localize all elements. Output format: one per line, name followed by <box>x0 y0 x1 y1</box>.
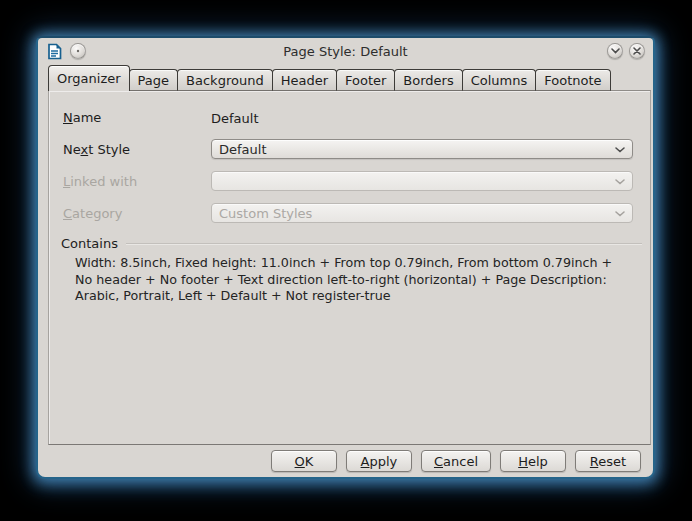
chevron-down-icon <box>615 211 625 217</box>
category-dropdown: Custom Styles <box>211 203 633 223</box>
titlebar[interactable]: Page Style: Default <box>38 38 653 64</box>
contains-label: Contains <box>61 236 118 251</box>
category-row: Category Custom Styles <box>49 197 650 229</box>
next-style-value: Default <box>219 142 267 157</box>
close-button[interactable] <box>629 43 645 59</box>
name-value: Default <box>211 111 259 126</box>
linked-with-label: Linked with <box>63 174 211 189</box>
dialog-button-row: OK Apply Cancel Help Reset <box>271 450 641 472</box>
close-icon <box>633 47 641 55</box>
cancel-button[interactable]: Cancel <box>421 450 491 472</box>
next-style-row: Next Style Default <box>49 133 650 165</box>
tab-columns[interactable]: Columns <box>462 69 537 91</box>
linked-with-dropdown <box>211 171 633 191</box>
next-style-dropdown[interactable]: Default <box>211 139 633 159</box>
page-style-dialog: Page Style: Default Organizer Page Backg… <box>36 36 655 479</box>
dot-icon <box>76 49 80 53</box>
category-label: Category <box>63 206 211 221</box>
tab-background[interactable]: Background <box>177 69 273 91</box>
tab-organizer[interactable]: Organizer <box>48 65 130 91</box>
name-label: Name <box>63 110 211 125</box>
tab-footer[interactable]: Footer <box>336 69 395 91</box>
tab-footnote[interactable]: Footnote <box>535 69 610 91</box>
tab-page[interactable]: Page <box>129 69 178 91</box>
contains-description: Width: 8.5inch, Fixed height: 11.0inch +… <box>75 255 642 305</box>
group-divider <box>126 243 642 245</box>
category-value: Custom Styles <box>219 206 312 221</box>
linked-with-row: Linked with <box>49 165 650 197</box>
organizer-tab-panel: Name Default Next Style Default Linked w… <box>48 90 651 445</box>
chevron-down-icon <box>615 147 625 153</box>
desktop-background: Page Style: Default Organizer Page Backg… <box>0 0 692 521</box>
help-button[interactable]: Help <box>500 450 566 472</box>
ok-button[interactable]: OK <box>271 450 337 472</box>
chevron-down-icon <box>611 48 620 54</box>
next-style-label: Next Style <box>63 142 211 157</box>
tab-header[interactable]: Header <box>272 69 337 91</box>
reset-button[interactable]: Reset <box>575 450 641 472</box>
writer-document-icon <box>46 43 63 60</box>
window-menu-button[interactable] <box>70 43 86 59</box>
window-title: Page Style: Default <box>38 38 653 64</box>
apply-button[interactable]: Apply <box>346 450 412 472</box>
shade-button[interactable] <box>607 43 623 59</box>
chevron-down-icon <box>615 179 625 185</box>
name-row: Name Default <box>49 101 650 133</box>
contains-group: Contains Width: 8.5inch, Fixed height: 1… <box>61 236 642 305</box>
tab-borders[interactable]: Borders <box>394 69 462 91</box>
tab-bar: Organizer Page Background Header Footer … <box>48 65 610 91</box>
